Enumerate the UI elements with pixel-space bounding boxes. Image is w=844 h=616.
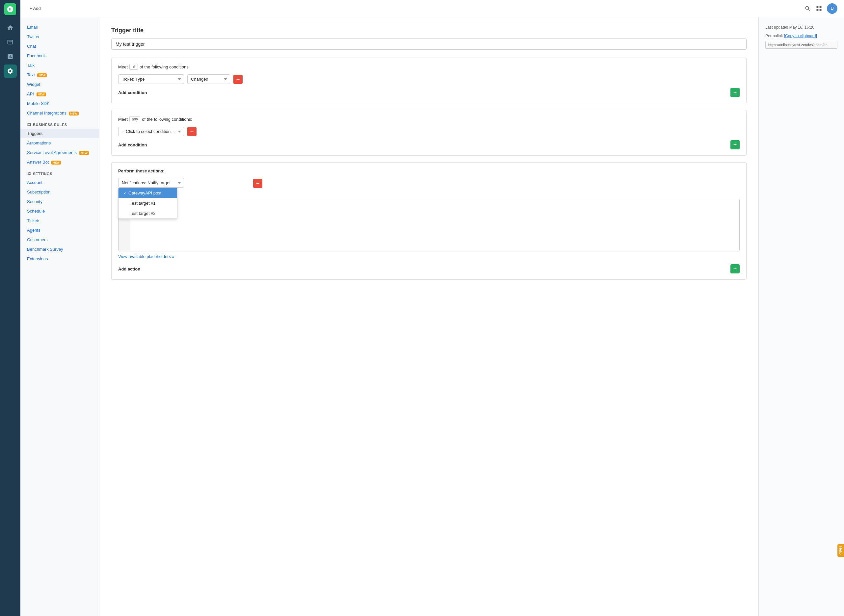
sidebar-item-security[interactable]: Security (21, 197, 99, 206)
right-panel: Last updated May 16, 16:26 Permalink [Co… (759, 17, 844, 616)
answer-bot-badge: NEW (51, 161, 61, 164)
condition2-type-select[interactable]: -- Click to select condition. -- Ticket:… (118, 127, 184, 136)
last-updated: Last updated May 16, 16:26 (765, 25, 837, 29)
condition1-value-select[interactable]: Changed Is Is not (187, 74, 230, 84)
add-condition1-label: Add condition (118, 90, 147, 95)
search-icon[interactable] (804, 5, 811, 12)
dropdown-item-test2[interactable]: Test target #2 (119, 208, 177, 219)
any-conditions-header: Meet any of the following conditions: (118, 116, 740, 122)
sidebar-item-mobile-sdk[interactable]: Mobile SDK (21, 99, 99, 108)
condition-row-2: -- Click to select condition. -- Ticket:… (118, 127, 740, 136)
nav-tickets[interactable] (4, 35, 17, 49)
remove-action-button[interactable]: − (253, 179, 262, 188)
sidebar-item-talk[interactable]: Talk (21, 60, 99, 70)
nav-reports[interactable] (4, 50, 17, 63)
api-badge: NEW (37, 92, 46, 97)
all-conditions-header: Meet all of the following conditions: (118, 64, 740, 70)
sidebar-item-text[interactable]: Text NEW (21, 70, 99, 80)
remove-condition2-button[interactable]: − (187, 127, 197, 136)
content: Email Twitter Chat Facebook Talk Text NE… (21, 17, 844, 616)
logo[interactable] (4, 3, 16, 15)
action-row-1: Notifications: Notify target Notificatio… (118, 178, 740, 188)
permalink-text: Permalink (765, 34, 783, 38)
action-type-select[interactable]: Notifications: Notify target Notificatio… (118, 178, 184, 188)
dropdown-item-label-3: Test target #2 (130, 211, 156, 216)
user-avatar[interactable]: U (827, 3, 837, 14)
condition1-type-select[interactable]: Ticket: Type Ticket: Status Ticket: Prio… (118, 74, 184, 84)
sidebar-item-twitter[interactable]: Twitter (21, 32, 99, 41)
json-textarea[interactable] (131, 199, 739, 251)
dropdown-item-gatewayapi[interactable]: ✓ GatewayAPI post (119, 188, 177, 198)
meet-any-text: Meet (118, 117, 128, 122)
nav-settings[interactable] (4, 65, 17, 78)
main-wrapper: + Add U Email Twitter Chat Facebook Talk… (21, 0, 844, 616)
action-dropdown-menu: ✓ GatewayAPI post Test target #1 Test ta… (118, 188, 178, 219)
permalink-label: Permalink [Copy to clipboard] (765, 34, 837, 38)
add-condition1-row: Add condition + (118, 88, 740, 97)
all-conditions-block: Meet all of the following conditions: Ti… (111, 57, 747, 103)
all-badge: all (129, 64, 138, 70)
grid-icon[interactable] (816, 5, 822, 12)
sidebar-item-benchmark-survey[interactable]: Benchmark Survey (21, 245, 99, 254)
sidebar: Email Twitter Chat Facebook Talk Text NE… (21, 17, 100, 616)
top-bar-right: U (804, 3, 837, 14)
sidebar-item-tickets[interactable]: Tickets (21, 216, 99, 225)
actions-header: Perform these actions: (118, 169, 740, 173)
permalink-url: https://onlinecitytest.zendesk.com/ac (765, 41, 837, 49)
json-body-label: JSON body: (118, 192, 740, 197)
json-editor: 1 (118, 199, 740, 251)
sidebar-item-answer-bot[interactable]: Answer Bot NEW (21, 157, 99, 167)
remove-condition1-button[interactable]: − (233, 75, 242, 84)
main-content: Trigger title Meet all of the following … (100, 17, 759, 616)
trigger-title-input[interactable] (111, 38, 747, 50)
dropdown-item-test1[interactable]: Test target #1 (119, 198, 177, 208)
sidebar-item-sla[interactable]: Service Level Agreements NEW (21, 148, 99, 157)
meet-all-text: Meet (118, 65, 128, 69)
json-body-section: JSON body: 1 View available placeholders… (118, 192, 740, 259)
channel-integrations-badge: NEW (69, 111, 79, 116)
settings-header: SETTINGS (21, 167, 99, 178)
add-condition1-button[interactable]: + (731, 88, 740, 97)
trigger-title-heading: Trigger title (111, 27, 747, 34)
add-button-label: + Add (29, 6, 41, 11)
meet-any-suffix: of the following conditions: (142, 117, 192, 122)
sidebar-item-email[interactable]: Email (21, 22, 99, 32)
actions-block: Perform these actions: Notifications: No… (111, 162, 747, 280)
add-condition2-label: Add condition (118, 142, 147, 147)
sidebar-item-customers[interactable]: Customers (21, 235, 99, 245)
check-icon: ✓ (123, 191, 126, 195)
sidebar-item-channel-integrations[interactable]: Channel Integrations NEW (21, 108, 99, 118)
add-condition2-row: Add condition + (118, 140, 740, 150)
sidebar-item-triggers[interactable]: Triggers (21, 129, 99, 138)
add-button[interactable]: + Add (27, 4, 44, 13)
sidebar-item-agents[interactable]: Agents (21, 225, 99, 235)
help-button[interactable]: Help (837, 544, 844, 557)
view-placeholders-link[interactable]: View available placeholders » (118, 254, 175, 259)
add-condition2-button[interactable]: + (731, 140, 740, 150)
any-badge: any (129, 116, 140, 122)
sidebar-item-schedule[interactable]: Schedule (21, 206, 99, 216)
condition-row-1: Ticket: Type Ticket: Status Ticket: Prio… (118, 74, 740, 84)
action-dropdown-wrapper: Notifications: Notify target Notificatio… (118, 178, 184, 188)
sidebar-item-widget[interactable]: Widget (21, 80, 99, 89)
dropdown-item-label-1: GatewayAPI post (128, 191, 161, 195)
meet-all-suffix: of the following conditions: (139, 65, 189, 69)
add-action-label: Add action (118, 267, 140, 271)
add-action-row: Add action + (118, 264, 740, 273)
sidebar-item-account[interactable]: Account (21, 178, 99, 187)
top-bar: + Add U (21, 0, 844, 17)
sidebar-item-facebook[interactable]: Facebook (21, 51, 99, 60)
sidebar-item-extensions[interactable]: Extensions (21, 254, 99, 264)
sidebar-item-subscription[interactable]: Subscription (21, 187, 99, 197)
any-conditions-block: Meet any of the following conditions: --… (111, 110, 747, 155)
sidebar-item-chat[interactable]: Chat (21, 41, 99, 51)
text-badge: NEW (37, 73, 47, 77)
nav-home[interactable] (4, 21, 17, 34)
sidebar-item-automations[interactable]: Automations (21, 138, 99, 148)
sidebar-item-api[interactable]: API NEW (21, 89, 99, 99)
copy-to-clipboard-link[interactable]: [Copy to clipboard] (784, 34, 817, 38)
icon-bar (0, 0, 21, 616)
dropdown-item-label-2: Test target #1 (130, 201, 156, 206)
business-rules-header: BUSINESS RULES (21, 118, 99, 129)
add-action-button[interactable]: + (731, 264, 740, 273)
